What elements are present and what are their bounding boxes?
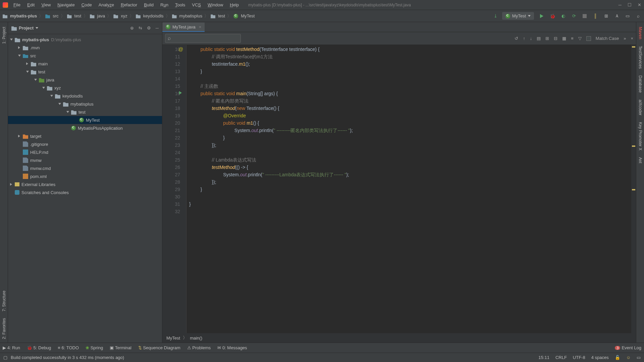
tree-xyz[interactable]: xyz bbox=[8, 84, 162, 92]
editor-gutter[interactable]: 10 11 12 13 14 15 16 17 18 19 20 21 22 2… bbox=[162, 45, 186, 333]
crumb-class[interactable]: MyTest bbox=[241, 13, 255, 18]
status-eol[interactable]: CRLF bbox=[555, 355, 567, 360]
panel-toggle-icon[interactable]: ▢ bbox=[3, 355, 7, 360]
coverage-button[interactable]: ◐ bbox=[560, 13, 566, 19]
maximize-icon[interactable]: ☐ bbox=[628, 2, 632, 7]
crumb-class[interactable]: MyTest bbox=[166, 336, 180, 341]
code-editor[interactable]: @ public static void testMethod(TestInte… bbox=[186, 45, 636, 333]
memory-icon[interactable]: ▭ bbox=[637, 355, 641, 360]
error-stripe[interactable] bbox=[631, 45, 636, 333]
menu-file[interactable]: File bbox=[11, 1, 23, 9]
toggle-icon[interactable]: ≡ bbox=[571, 36, 574, 41]
more-icon[interactable]: » bbox=[624, 36, 626, 41]
crumb-root[interactable]: mybatis-plus bbox=[10, 13, 37, 18]
tree-app[interactable]: MybatisPlusApplication bbox=[8, 124, 162, 132]
filter-icon[interactable]: ▽ bbox=[578, 36, 582, 41]
menu-view[interactable]: View bbox=[39, 1, 53, 9]
tool-testservices[interactable]: TestServices bbox=[637, 43, 643, 72]
run-config-selector[interactable]: MyTest bbox=[502, 12, 534, 20]
crumb-method[interactable]: main() bbox=[190, 336, 202, 341]
status-indent[interactable]: 4 spaces bbox=[591, 355, 609, 360]
tree-gitignore[interactable]: .gitignore bbox=[8, 140, 162, 148]
history-icon[interactable]: ↺ bbox=[515, 36, 518, 41]
tree-main[interactable]: main bbox=[8, 60, 162, 68]
tool-sequence[interactable]: ⇅ Sequence Diagram bbox=[138, 345, 180, 350]
minimize-icon[interactable]: ─ bbox=[619, 2, 622, 7]
selection-icon[interactable]: ▦ bbox=[562, 36, 566, 41]
menu-analyze[interactable]: Analyze bbox=[96, 1, 117, 9]
tool-structure[interactable]: 7: Structure bbox=[1, 287, 7, 315]
profile-button[interactable]: ⟳ bbox=[571, 13, 577, 19]
status-encoding[interactable]: UTF-8 bbox=[573, 355, 585, 360]
tree-target[interactable]: target bbox=[8, 132, 162, 140]
close-icon[interactable]: ✕ bbox=[638, 2, 641, 7]
event-log[interactable]: 3Event Log bbox=[615, 345, 641, 350]
match-case-checkbox[interactable] bbox=[586, 36, 591, 41]
tree-mvn[interactable]: .mvn bbox=[8, 44, 162, 52]
tool-favorites[interactable]: 2: Favorites bbox=[1, 315, 7, 343]
update-button[interactable]: ║ bbox=[592, 13, 598, 19]
tab-mytest[interactable]: MyTest.java × bbox=[162, 22, 205, 32]
search-everywhere-icon[interactable]: ⊞ bbox=[603, 13, 609, 19]
search-input[interactable] bbox=[165, 34, 241, 43]
run-button[interactable] bbox=[539, 13, 545, 19]
tree-extlib[interactable]: External Libraries bbox=[8, 180, 162, 188]
tool-messages[interactable]: ✉ 0: Messages bbox=[217, 345, 247, 350]
inspection-icon[interactable]: ☺ bbox=[626, 355, 631, 360]
tool-terminal[interactable]: ▣ Terminal bbox=[110, 345, 131, 350]
menu-code[interactable]: Code bbox=[79, 1, 95, 9]
menu-edit[interactable]: Edit bbox=[24, 1, 37, 9]
search-icon[interactable]: ⌕ bbox=[635, 13, 641, 19]
menu-navigate[interactable]: Navigate bbox=[55, 1, 77, 9]
tool-run[interactable]: ▶ 4: Run bbox=[3, 345, 20, 350]
crumb-keydoisdls[interactable]: keydoisdls bbox=[143, 13, 164, 18]
chevron-down-icon[interactable] bbox=[36, 27, 38, 29]
menu-run[interactable]: Run bbox=[158, 1, 171, 9]
tree-keydoisdls[interactable]: keydoisdls bbox=[8, 92, 162, 100]
tree-mybatisplus[interactable]: mybatisplus bbox=[8, 100, 162, 108]
prev-match-icon[interactable]: ↑ bbox=[523, 36, 525, 41]
debug-button[interactable]: 🐞 bbox=[549, 13, 555, 19]
tree-mvnwcmd[interactable]: mvnw.cmd bbox=[8, 164, 162, 172]
tool-aixcoder[interactable]: aiXcoder bbox=[637, 96, 643, 119]
tool-maven[interactable]: Maven bbox=[637, 23, 643, 43]
tool-spring[interactable]: ❀ Spring bbox=[86, 345, 103, 350]
tool-keypromoter[interactable]: Key Promoter X bbox=[637, 119, 643, 154]
run-gutter-icon[interactable] bbox=[179, 91, 182, 95]
tree-test2[interactable]: test bbox=[8, 108, 162, 116]
project-tree[interactable]: mybatis-plusD:\mybatis-plus .mvn src mai… bbox=[8, 34, 162, 343]
tree-mvnw[interactable]: mvnw bbox=[8, 156, 162, 164]
stop-button[interactable] bbox=[582, 13, 588, 19]
menu-help[interactable]: Help bbox=[227, 1, 241, 9]
menu-build[interactable]: Build bbox=[141, 1, 156, 9]
close-find-icon[interactable]: × bbox=[631, 36, 633, 41]
build-icon[interactable]: ⤓ bbox=[494, 13, 497, 18]
tool-debug[interactable]: 🐞 5: Debug bbox=[27, 345, 51, 350]
tree-java[interactable]: java bbox=[8, 76, 162, 84]
tool-database[interactable]: Database bbox=[637, 72, 643, 96]
target-icon[interactable]: ⊕ bbox=[130, 25, 134, 31]
tree-mytest[interactable]: MyTest bbox=[8, 116, 162, 124]
next-match-icon[interactable]: ↓ bbox=[530, 36, 532, 41]
tree-pom[interactable]: pom.xml bbox=[8, 172, 162, 180]
tool-project[interactable]: 1: Project bbox=[1, 23, 7, 47]
menu-refactor[interactable]: Refactor bbox=[118, 1, 140, 9]
readonly-icon[interactable]: 🔓 bbox=[615, 355, 620, 360]
menu-vcs[interactable]: VCS bbox=[189, 1, 204, 9]
menu-window[interactable]: Window bbox=[205, 1, 226, 9]
close-tab-icon[interactable]: × bbox=[199, 24, 202, 29]
select-all-icon[interactable]: ▤ bbox=[537, 36, 541, 41]
tool-todo[interactable]: ≡ 6: TODO bbox=[58, 345, 79, 350]
collapse-icon[interactable]: ⇆ bbox=[139, 25, 142, 31]
menu-tools[interactable]: Tools bbox=[172, 1, 188, 9]
layout-icon[interactable]: ▭ bbox=[625, 13, 631, 19]
tree-src[interactable]: src bbox=[8, 52, 162, 60]
tool-ant[interactable]: Ant bbox=[637, 154, 643, 167]
tool-problems[interactable]: ⚠ Problems bbox=[187, 345, 211, 350]
crumb-test2[interactable]: test bbox=[218, 13, 225, 18]
tree-root[interactable]: mybatis-plusD:\mybatis-plus bbox=[8, 36, 162, 44]
crumb-mybatisplus[interactable]: mybatisplus bbox=[179, 13, 203, 18]
add-selection-icon[interactable]: ⊞ bbox=[545, 36, 549, 41]
tree-help[interactable]: HELP.md bbox=[8, 148, 162, 156]
crumb-xyz[interactable]: xyz bbox=[121, 13, 127, 18]
